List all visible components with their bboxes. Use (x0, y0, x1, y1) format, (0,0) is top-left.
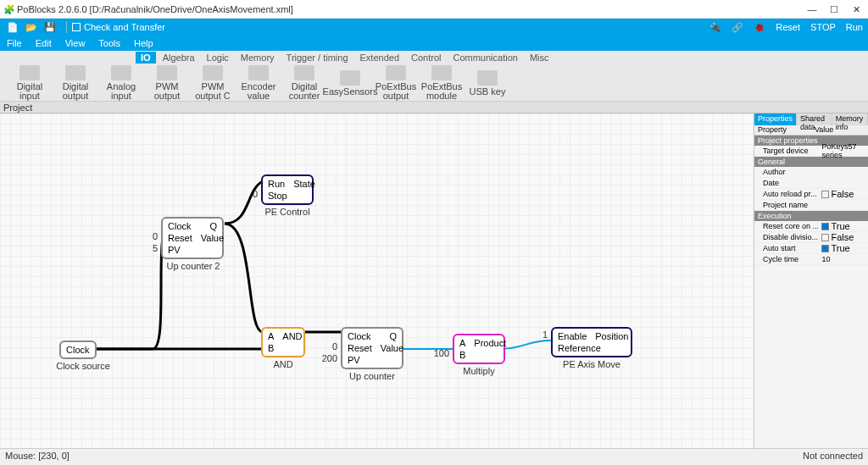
usb-key-icon (477, 70, 498, 86)
upcounter-pv-in: 200 (319, 353, 337, 363)
ribitem-digital-input[interactable]: Digital input (8, 65, 51, 101)
ribbon-items: Digital input Digital output Analog inpu… (0, 64, 868, 102)
prop-auto-reload[interactable]: Auto reload pr...False (754, 189, 868, 200)
checkbox-icon[interactable] (821, 223, 829, 230)
link-icon[interactable]: 🔗 (732, 22, 743, 33)
caption-up-counter: Up counter (341, 371, 403, 381)
minimize-button[interactable]: — (807, 4, 817, 14)
caption-and: AND (261, 359, 305, 369)
checkbox-icon (72, 23, 81, 31)
tab-shared-data[interactable]: Shared data (797, 113, 832, 125)
menu-file[interactable]: File (7, 38, 22, 48)
run-button[interactable]: Run (846, 22, 863, 32)
prop-auto-start[interactable]: Auto startTrue (754, 243, 868, 254)
multiply-b-in: 100 (431, 348, 449, 358)
ribbon-tab-extended[interactable]: Extended (355, 52, 404, 64)
check-transfer-toggle[interactable]: Check and Transfer (72, 22, 165, 32)
ribitem-pwm-output[interactable]: PWM output (146, 65, 188, 101)
prop-date[interactable]: Date (754, 178, 868, 189)
prop-cycle-time[interactable]: Cycle time10 (754, 254, 868, 265)
debug-icon[interactable]: 🐞 (754, 22, 765, 33)
ribbon-tab-comm[interactable]: Communication (448, 52, 522, 64)
app-icon: 🧩 (3, 4, 14, 14)
save-project-icon[interactable]: 💾 (42, 20, 58, 34)
properties-tabs: Properties Shared data Memory info (754, 113, 868, 125)
tab-memory-info[interactable]: Memory info (832, 113, 868, 125)
block-and[interactable]: AAND B (261, 327, 305, 357)
ribitem-poextbus-module[interactable]: PoExtBus module (420, 65, 463, 101)
block-clock-source[interactable]: Clock (59, 340, 97, 359)
prop-section-execution[interactable]: Execution (754, 211, 868, 221)
window-title: PoBlocks 2.0.6.0 [D:/Računalnik/OneDrive… (17, 4, 807, 14)
tab-properties[interactable]: Properties (754, 113, 797, 125)
checkbox-icon[interactable] (821, 245, 829, 252)
project-bar: Project (0, 102, 868, 113)
new-project-icon[interactable]: 📄 (5, 20, 20, 34)
ribitem-usb-key[interactable]: USB key (466, 65, 509, 101)
upcounter2-pv-in: 5 (146, 243, 158, 253)
ribitem-pwm-output-c[interactable]: PWM output C (192, 65, 234, 101)
maximize-button[interactable]: ☐ (829, 4, 839, 14)
poextbus-output-icon (386, 65, 406, 80)
ribitem-digital-counter[interactable]: Digital counter (283, 65, 326, 101)
ribitem-digital-output[interactable]: Digital output (54, 65, 97, 101)
pecontrol-stop-in: 0 (246, 189, 258, 199)
ribbon-tab-io[interactable]: IO (136, 52, 156, 64)
device-icon[interactable]: 🔌 (709, 22, 721, 33)
block-pe-control[interactable]: RunState Stop (261, 174, 314, 205)
ribitem-easysensors[interactable]: EasySensors (329, 65, 371, 101)
pwm-output-icon (157, 65, 177, 80)
caption-up-counter-2: Up counter 2 (159, 261, 227, 271)
analog-input-icon (111, 65, 131, 80)
pwm-output-c-icon (203, 65, 223, 80)
easysensors-icon (340, 70, 360, 86)
menu-help[interactable]: Help (134, 38, 153, 48)
block-pe-axis-move[interactable]: EnablePosition Reference (551, 327, 632, 357)
canvas[interactable]: Clock Clock source ClockQ ResetValue PV … (0, 113, 754, 448)
workspace: Clock Clock source ClockQ ResetValue PV … (0, 113, 868, 448)
ribitem-analog-input[interactable]: Analog input (100, 65, 142, 101)
titlebar: 🧩 PoBlocks 2.0.6.0 [D:/Računalnik/OneDri… (0, 0, 868, 19)
block-up-counter[interactable]: ClockQ ResetValue PV (341, 327, 403, 369)
ribbon-tab-misc[interactable]: Misc (525, 52, 554, 64)
prop-project-name[interactable]: Project name (754, 200, 868, 211)
ribbon-tab-logic[interactable]: Logic (202, 52, 234, 64)
block-multiply[interactable]: AProduct B (453, 334, 505, 364)
properties-panel: Properties Shared data Memory info Prope… (754, 113, 868, 448)
caption-multiply: Multiply (453, 366, 505, 376)
reset-button[interactable]: Reset (776, 22, 800, 32)
digital-counter-icon (294, 65, 314, 80)
close-button[interactable]: ✕ (851, 4, 861, 14)
separator (66, 21, 67, 33)
menu-tools[interactable]: Tools (98, 38, 120, 48)
digital-output-icon (65, 65, 86, 80)
menu-edit[interactable]: Edit (36, 38, 52, 48)
menubar: File Edit View Tools Help (0, 36, 868, 51)
upcounter2-reset-in: 0 (146, 231, 158, 241)
check-transfer-label: Check and Transfer (84, 22, 165, 32)
statusbar: Mouse: [230, 0] Not connected (0, 448, 868, 462)
ribbon-tab-trigger[interactable]: Trigger / timing (281, 52, 353, 64)
checkbox-icon[interactable] (821, 191, 829, 198)
prop-disable-division[interactable]: Disable divisio...False (754, 232, 868, 243)
ribbon: IO Algebra Logic Memory Trigger / timing… (0, 51, 868, 102)
stop-button[interactable]: STOP (810, 22, 836, 32)
peaxis-enable-in: 1 (536, 329, 548, 340)
ribbon-tab-memory[interactable]: Memory (236, 52, 280, 64)
ribbon-tabs: IO Algebra Logic Memory Trigger / timing… (0, 51, 868, 64)
menu-view[interactable]: View (65, 38, 86, 48)
caption-pe-control: PE Control (261, 207, 314, 217)
clock-label: Clock (66, 344, 90, 356)
block-up-counter-2[interactable]: ClockQ ResetValue PV (161, 217, 224, 259)
prop-target-device[interactable]: Target devicePoKeys57 series (754, 146, 868, 157)
ribbon-tab-control[interactable]: Control (406, 52, 446, 64)
caption-pe-axis-move: PE Axis Move (551, 359, 632, 369)
prop-reset-core[interactable]: Reset core on ...True (754, 221, 868, 232)
prop-author[interactable]: Author (754, 167, 868, 178)
ribitem-encoder-value[interactable]: Encoder value (237, 65, 280, 101)
open-project-icon[interactable]: 📂 (24, 20, 39, 34)
ribbon-tab-algebra[interactable]: Algebra (158, 52, 200, 64)
checkbox-icon[interactable] (821, 234, 829, 241)
ribitem-poextbus-output[interactable]: PoExtBus output (375, 65, 417, 101)
project-label: Project (3, 102, 32, 113)
